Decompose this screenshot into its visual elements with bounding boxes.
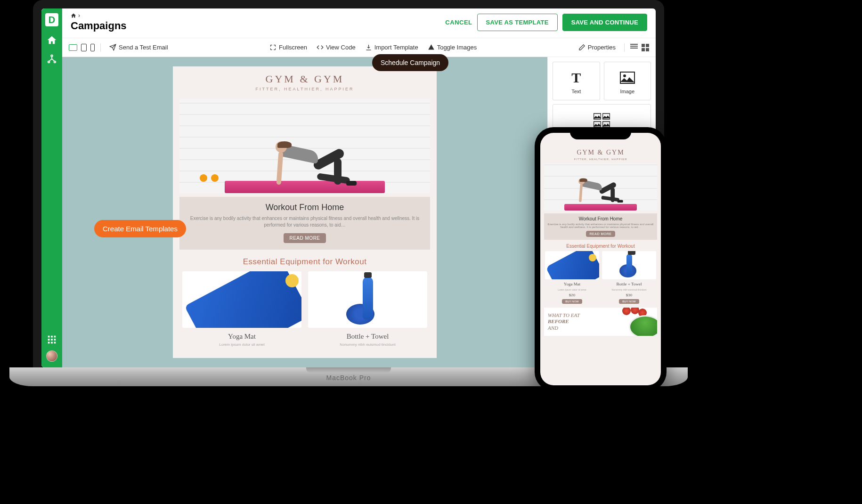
phone-product-name: Yoga Mat (545, 282, 599, 286)
properties-button[interactable]: Properties (576, 42, 618, 53)
phone-product-card[interactable]: Bottle + Towel Nonummy nibh euismod tinc… (602, 251, 656, 304)
phone-product-sub: Lorem ipsum dolor sit amet (545, 288, 599, 291)
hero-image[interactable] (179, 99, 430, 193)
image-widget-icon (620, 70, 635, 86)
phone-promo-banner: WHAT TO EAT BEFORE AND (544, 308, 657, 336)
svg-rect-6 (48, 339, 50, 341)
phone-product-price: $20 (545, 293, 599, 297)
product-name: Yoga Mat (182, 333, 301, 341)
text-widget-icon: T (571, 70, 581, 86)
svg-rect-5 (54, 336, 56, 338)
phone-product-card[interactable]: Yoga Mat Lorem ipsum dolor sit amet $20 … (545, 251, 599, 304)
svg-rect-8 (54, 339, 56, 341)
pencil-icon (578, 44, 586, 51)
toggle-images-icon (428, 44, 435, 51)
phone-product-name: Bottle + Towel (602, 282, 656, 286)
import-icon (365, 44, 372, 51)
fullscreen-icon (269, 44, 276, 51)
cancel-link[interactable]: CANCEL (445, 19, 472, 26)
brand-tagline: FITTER, HEALTHIER, HAPPIER (173, 87, 437, 91)
phone-equip-heading: Essential Equipment for Workout (540, 240, 661, 251)
widget-label: Image (620, 89, 634, 94)
fullscreen-button[interactable]: Fullscreen (267, 42, 310, 53)
separator (100, 43, 101, 52)
page-title: Campaigns (71, 20, 127, 32)
svg-rect-9 (48, 342, 50, 344)
save-as-template-button[interactable]: SAVE AS TEMPLATE (477, 14, 558, 31)
yoga-mat-image (182, 271, 301, 328)
home-icon[interactable] (47, 35, 57, 45)
send-icon (109, 44, 116, 51)
phone-read-more-button[interactable]: READ MORE (586, 231, 616, 237)
phone-product-price: $30 (602, 293, 656, 297)
product-card[interactable]: Bottle + Towel Nonummy nibh euismod tinc… (308, 271, 427, 347)
phone-screen: GYM & GYM FITTER, HEALTHIER, HAPPIER Wor… (540, 133, 661, 385)
apps-grid-icon[interactable] (47, 334, 57, 345)
svg-point-0 (51, 55, 53, 57)
widget-text[interactable]: T Text (553, 62, 600, 100)
tablet-preview-icon[interactable] (81, 44, 87, 51)
phone-hero-body: Exercise is any bodily activity that enh… (547, 223, 654, 228)
phone-hero-text: Workout From Home Exercise is any bodily… (544, 213, 657, 240)
widget-label: Text (571, 89, 581, 94)
hero-title: Workout From Home (187, 203, 423, 212)
grid-view-icon[interactable] (642, 44, 649, 51)
woman-exercising (275, 133, 359, 185)
phone-product-sub: Nonummy nibh euismod tincidunt (602, 288, 656, 291)
svg-rect-10 (51, 342, 53, 344)
desktop-preview-icon[interactable] (69, 44, 77, 51)
phone-hero-image (544, 163, 657, 211)
toggle-images-label: Toggle Images (437, 44, 477, 51)
phone-products: Yoga Mat Lorem ipsum dolor sit amet $20 … (540, 251, 661, 304)
product-card[interactable]: Yoga Mat Lorem ipsum dolor sit amet (182, 271, 301, 347)
list-view-icon[interactable] (630, 44, 638, 51)
view-code-button[interactable]: View Code (314, 42, 358, 53)
svg-point-2 (54, 61, 56, 63)
save-and-continue-button[interactable]: SAVE AND CONTINUE (562, 14, 647, 31)
schedule-campaign-callout: Schedule Campaign (372, 54, 448, 71)
salad-image (619, 308, 657, 336)
phone-tagline: FITTER, HEALTHIER, HAPPIER (540, 158, 661, 161)
user-avatar[interactable] (46, 350, 57, 362)
home-crumb-icon (71, 13, 76, 18)
image-group-widget-icon (594, 112, 610, 128)
read-more-button[interactable]: READ MORE (284, 233, 325, 243)
send-test-label: Send a Test Email (119, 44, 168, 51)
email-canvas[interactable]: GYM & GYM FITTER, HEALTHIER, HAPPIER (62, 57, 547, 367)
widget-image[interactable]: Image (604, 62, 651, 100)
brand-name: GYM & GYM (173, 73, 437, 85)
phone-frame: GYM & GYM FITTER, HEALTHIER, HAPPIER Wor… (535, 127, 667, 391)
branches-icon[interactable] (47, 54, 57, 64)
properties-label: Properties (588, 44, 616, 51)
email-template[interactable]: GYM & GYM FITTER, HEALTHIER, HAPPIER (173, 66, 437, 358)
product-sub: Nonummy nibh euismod tincidunt (308, 342, 427, 347)
hero-text-block[interactable]: Workout From Home Exercise is any bodily… (179, 197, 430, 250)
phone-buy-button[interactable]: BUY NOW (562, 299, 582, 304)
orange-dumbbells (200, 174, 219, 183)
svg-rect-11 (54, 342, 56, 344)
bottle-towel-image (308, 271, 427, 328)
import-label: Import Template (374, 44, 418, 51)
toggle-images-button[interactable]: Toggle Images (425, 42, 480, 53)
product-sub: Lorem ipsum dolor sit amet (182, 342, 301, 347)
laptop-model-label: MacBook Pro (326, 374, 371, 382)
send-test-button[interactable]: Send a Test Email (106, 42, 171, 53)
mobile-preview-icon[interactable] (90, 44, 95, 51)
equipment-heading: Essential Equipment for Workout (173, 250, 437, 271)
left-sidebar: D (41, 8, 62, 367)
breadcrumb[interactable]: › (71, 12, 127, 19)
products-row: Yoga Mat Lorem ipsum dolor sit amet Bott… (173, 271, 437, 352)
create-templates-callout: Create Email Templates (94, 220, 186, 237)
product-name: Bottle + Towel (308, 333, 427, 341)
svg-rect-7 (51, 339, 53, 341)
import-button[interactable]: Import Template (362, 42, 421, 53)
header-bar: › Campaigns CANCEL SAVE AS TEMPLATE SAVE… (62, 8, 656, 38)
svg-rect-3 (48, 336, 50, 338)
view-code-label: View Code (326, 44, 356, 51)
phone-hero-title: Workout From Home (547, 216, 654, 221)
phone-email-preview: GYM & GYM FITTER, HEALTHIER, HAPPIER Wor… (540, 133, 661, 336)
svg-point-13 (624, 75, 626, 77)
phone-buy-button[interactable]: BUY NOW (619, 299, 639, 304)
app-logo[interactable]: D (45, 13, 58, 26)
editor-toolbar: Send a Test Email Fullscreen View Code (62, 38, 656, 57)
